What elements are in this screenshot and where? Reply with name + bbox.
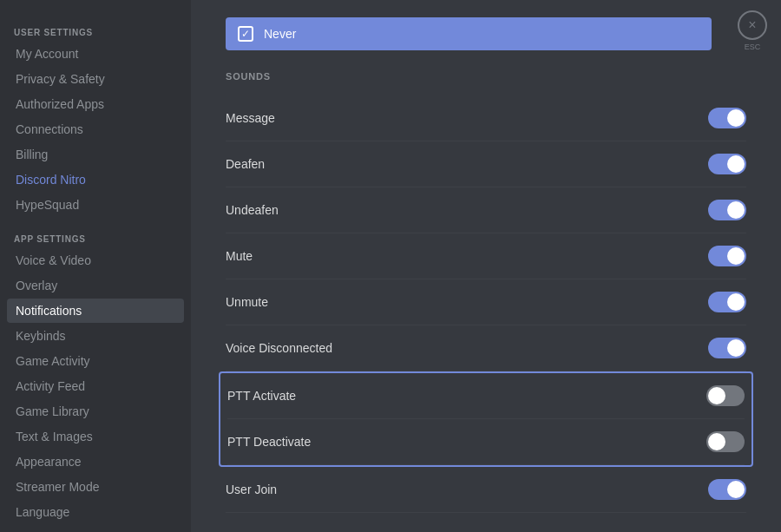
setting-label-mute: Mute [226, 249, 253, 263]
setting-row-unmute: Unmute [226, 279, 746, 325]
sidebar-item-overlay[interactable]: Overlay [7, 273, 184, 298]
never-option[interactable]: Never [226, 17, 712, 50]
toggle-knob-ptt-deactivate [708, 433, 725, 450]
toggle-unmute[interactable] [708, 292, 746, 312]
close-icon: × [748, 17, 756, 33]
close-button[interactable]: × ESC [738, 10, 767, 51]
app-settings-section-label: APP SETTINGS [7, 227, 184, 247]
setting-row-ptt-deactivate: PTT Deactivate [227, 419, 745, 465]
toggle-mute[interactable] [708, 246, 746, 266]
toggle-message[interactable] [708, 108, 746, 128]
setting-row-voice-disconnected: Voice Disconnected [226, 325, 746, 371]
ptt-box: PTT ActivatePTT Deactivate [219, 371, 753, 467]
sidebar-item-notifications[interactable]: Notifications [7, 299, 184, 323]
toggle-ptt-deactivate[interactable] [706, 431, 745, 452]
toggle-undeafen[interactable] [708, 200, 746, 220]
sidebar-item-hypesquad[interactable]: HypeSquad [7, 193, 184, 217]
sidebar-item-game-activity[interactable]: Game Activity [7, 349, 184, 373]
toggle-deafen[interactable] [708, 154, 746, 174]
sidebar-item-billing[interactable]: Billing [7, 142, 184, 167]
sidebar-item-voice-video[interactable]: Voice & Video [7, 248, 184, 273]
toggle-voice-disconnected[interactable] [708, 338, 746, 358]
sidebar-item-my-account[interactable]: My Account [7, 42, 184, 66]
setting-label-ptt-deactivate: PTT Deactivate [227, 435, 311, 449]
setting-label-voice-disconnected: Voice Disconnected [226, 341, 332, 355]
sounds-section-title: SOUNDS [226, 71, 746, 82]
setting-label-ptt-activate: PTT Activate [227, 389, 296, 403]
toggle-knob-unmute [727, 293, 745, 311]
user-settings-section-label: USER SETTINGS [7, 21, 184, 41]
toggle-user-join[interactable] [708, 479, 746, 500]
never-label: Never [264, 27, 296, 41]
toggle-knob-message [727, 109, 745, 127]
sidebar-item-activity-feed[interactable]: Activity Feed [7, 374, 184, 398]
toggle-knob-voice-disconnected [727, 339, 745, 357]
toggle-knob-undeafen [727, 201, 745, 219]
sidebar-item-connections[interactable]: Connections [7, 117, 184, 141]
setting-row-user-join: User Join [226, 467, 746, 513]
setting-row-mute: Mute [226, 233, 746, 279]
sidebar: USER SETTINGS My AccountPrivacy & Safety… [0, 0, 191, 532]
setting-label-message: Message [226, 111, 275, 125]
setting-label-undeafen: Undeafen [226, 203, 279, 217]
toggle-knob-mute [727, 247, 745, 265]
setting-row-deafen: Deafen [226, 141, 746, 187]
sidebar-item-language[interactable]: Language [7, 500, 184, 524]
toggle-knob-ptt-activate [708, 387, 725, 404]
setting-row-undeafen: Undeafen [226, 187, 746, 233]
setting-label-deafen: Deafen [226, 157, 265, 171]
sidebar-item-windows-settings[interactable]: Windows Settings [7, 525, 184, 532]
sidebar-item-keybinds[interactable]: Keybinds [7, 324, 184, 348]
sidebar-item-streamer-mode[interactable]: Streamer Mode [7, 475, 184, 499]
sidebar-item-game-library[interactable]: Game Library [7, 399, 184, 424]
sidebar-item-authorized-apps[interactable]: Authorized Apps [7, 92, 184, 116]
never-checkbox [238, 26, 253, 42]
toggle-ptt-activate[interactable] [706, 385, 745, 406]
toggle-knob-user-join [727, 481, 745, 498]
esc-label: ESC [745, 43, 761, 51]
sidebar-item-appearance[interactable]: Appearance [7, 450, 184, 474]
sidebar-item-text-images[interactable]: Text & Images [7, 424, 184, 449]
sounds-section: SOUNDS MessageDeafenUndeafenMuteUnmuteVo… [226, 71, 746, 513]
setting-row-message: Message [226, 95, 746, 141]
toggle-knob-deafen [727, 155, 745, 173]
main-content: × ESC Never SOUNDS MessageDeafenUndeafen… [191, 0, 781, 532]
sidebar-item-discord-nitro[interactable]: Discord Nitro [7, 167, 184, 192]
setting-label-unmute: Unmute [226, 295, 268, 309]
setting-row-ptt-activate: PTT Activate [227, 373, 745, 419]
sidebar-item-privacy-safety[interactable]: Privacy & Safety [7, 67, 184, 91]
setting-label-user-join: User Join [226, 483, 277, 496]
